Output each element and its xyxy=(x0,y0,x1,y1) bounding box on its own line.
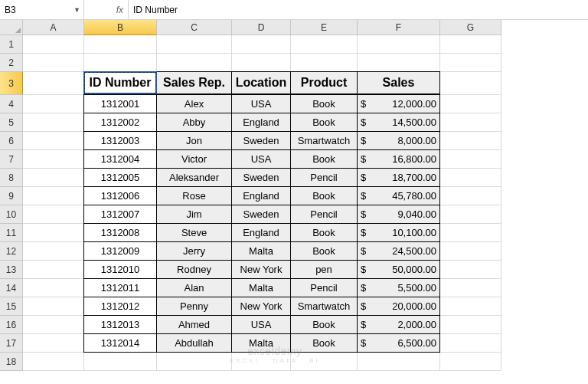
empty-cell[interactable] xyxy=(157,353,232,371)
cell-sales[interactable]: $20,000.00 xyxy=(357,297,440,316)
name-box[interactable]: B3 ▼ xyxy=(0,0,84,19)
cell-prod[interactable]: Book xyxy=(290,113,358,132)
cell-prod[interactable]: Book xyxy=(290,94,358,113)
cell-sales[interactable]: $5,500.00 xyxy=(357,278,440,297)
empty-cell[interactable] xyxy=(23,297,84,316)
header-rep[interactable]: Sales Rep. xyxy=(156,71,232,94)
row-header-4[interactable]: 4 xyxy=(0,95,23,113)
cell-sales[interactable]: $14,500.00 xyxy=(357,113,440,132)
empty-cell[interactable] xyxy=(23,150,84,169)
cell-id[interactable]: 1312007 xyxy=(83,205,157,224)
row-header-17[interactable]: 17 xyxy=(0,334,23,353)
cell-rep[interactable]: Penny xyxy=(156,297,232,316)
empty-cell[interactable] xyxy=(23,334,84,353)
cell-id[interactable]: 1312013 xyxy=(83,315,157,334)
empty-cell[interactable] xyxy=(440,35,501,54)
header-prod[interactable]: Product xyxy=(290,71,358,94)
column-header-C[interactable]: C xyxy=(157,20,232,35)
row-header-8[interactable]: 8 xyxy=(0,169,23,187)
empty-cell[interactable] xyxy=(440,169,501,187)
empty-cell[interactable] xyxy=(23,95,84,113)
cell-loc[interactable]: New York xyxy=(231,297,291,316)
empty-cell[interactable] xyxy=(358,54,440,72)
cell-rep[interactable]: Rodney xyxy=(156,260,232,279)
fx-icon[interactable]: fx xyxy=(84,0,129,19)
header-sales[interactable]: Sales xyxy=(357,71,440,94)
cell-sales[interactable]: $6,500.00 xyxy=(357,333,440,353)
empty-cell[interactable] xyxy=(291,54,358,72)
empty-cell[interactable] xyxy=(23,205,84,224)
cell-prod[interactable]: Book xyxy=(290,333,358,353)
row-header-12[interactable]: 12 xyxy=(0,242,23,261)
row-header-16[interactable]: 16 xyxy=(0,316,23,334)
empty-cell[interactable] xyxy=(84,353,157,371)
cell-loc[interactable]: England xyxy=(231,186,291,205)
empty-cell[interactable] xyxy=(232,54,291,72)
cell-id[interactable]: 1312001 xyxy=(83,94,157,113)
cell-loc[interactable]: England xyxy=(231,223,291,242)
cell-prod[interactable]: Book xyxy=(290,223,358,242)
empty-cell[interactable] xyxy=(440,334,501,353)
cell-loc[interactable]: Malta xyxy=(231,278,291,297)
cell-sales[interactable]: $12,000.00 xyxy=(357,94,440,113)
cell-prod[interactable]: Smartwatch xyxy=(290,131,358,150)
row-header-7[interactable]: 7 xyxy=(0,150,23,169)
select-all-corner[interactable] xyxy=(0,20,23,35)
cell-rep[interactable]: Alex xyxy=(156,94,232,113)
cell-loc[interactable]: New York xyxy=(231,260,291,279)
empty-cell[interactable] xyxy=(23,113,84,132)
empty-cell[interactable] xyxy=(84,54,157,72)
empty-cell[interactable] xyxy=(440,242,501,261)
cell-rep[interactable]: Abdullah xyxy=(156,333,232,353)
cell-loc[interactable]: Malta xyxy=(231,333,291,353)
row-header-13[interactable]: 13 xyxy=(0,261,23,279)
cell-id[interactable]: 1312005 xyxy=(83,168,157,187)
cell-id[interactable]: 1312002 xyxy=(83,113,157,132)
cell-prod[interactable]: Pencil xyxy=(290,168,358,187)
cell-loc[interactable]: USA xyxy=(231,149,291,169)
empty-cell[interactable] xyxy=(23,35,84,54)
cell-prod[interactable]: Book xyxy=(290,241,358,261)
cell-rep[interactable]: Rose xyxy=(156,186,232,205)
column-header-D[interactable]: D xyxy=(232,20,291,35)
cell-rep[interactable]: Steve xyxy=(156,223,232,242)
empty-cell[interactable] xyxy=(440,261,501,279)
cell-loc[interactable]: Sweden xyxy=(231,205,291,224)
empty-cell[interactable] xyxy=(23,316,84,334)
cell-sales[interactable]: $9,040.00 xyxy=(357,205,440,224)
cell-rep[interactable]: Jim xyxy=(156,205,232,224)
cell-prod[interactable]: Pencil xyxy=(290,205,358,224)
cell-id[interactable]: 1312009 xyxy=(83,241,157,261)
empty-cell[interactable] xyxy=(440,150,501,169)
cell-id[interactable]: 1312011 xyxy=(83,278,157,297)
cell-prod[interactable]: pen xyxy=(290,260,358,279)
row-header-6[interactable]: 6 xyxy=(0,132,23,150)
formula-input[interactable]: ID Number xyxy=(129,0,588,19)
column-header-A[interactable]: A xyxy=(23,20,84,35)
empty-cell[interactable] xyxy=(23,353,84,371)
empty-cell[interactable] xyxy=(291,353,358,371)
cell-loc[interactable]: Sweden xyxy=(231,131,291,150)
empty-cell[interactable] xyxy=(440,72,501,95)
empty-cell[interactable] xyxy=(232,353,291,371)
cell-id[interactable]: 1312004 xyxy=(83,149,157,169)
cell-rep[interactable]: Ahmed xyxy=(156,315,232,334)
cell-sales[interactable]: $10,100.00 xyxy=(357,223,440,242)
cell-prod[interactable]: Pencil xyxy=(290,278,358,297)
row-header-10[interactable]: 10 xyxy=(0,205,23,224)
cell-sales[interactable]: $50,000.00 xyxy=(357,260,440,279)
cell-id[interactable]: 1312008 xyxy=(83,223,157,242)
cell-loc[interactable]: USA xyxy=(231,315,291,334)
empty-cell[interactable] xyxy=(23,132,84,150)
empty-cell[interactable] xyxy=(23,54,84,72)
empty-cell[interactable] xyxy=(157,35,232,54)
cell-prod[interactable]: Smartwatch xyxy=(290,297,358,316)
cell-sales[interactable]: $2,000.00 xyxy=(357,315,440,334)
empty-cell[interactable] xyxy=(440,95,501,113)
cell-id[interactable]: 1312006 xyxy=(83,186,157,205)
empty-cell[interactable] xyxy=(440,113,501,132)
empty-cell[interactable] xyxy=(440,132,501,150)
column-header-G[interactable]: G xyxy=(440,20,501,35)
empty-cell[interactable] xyxy=(291,35,358,54)
cell-loc[interactable]: England xyxy=(231,113,291,132)
